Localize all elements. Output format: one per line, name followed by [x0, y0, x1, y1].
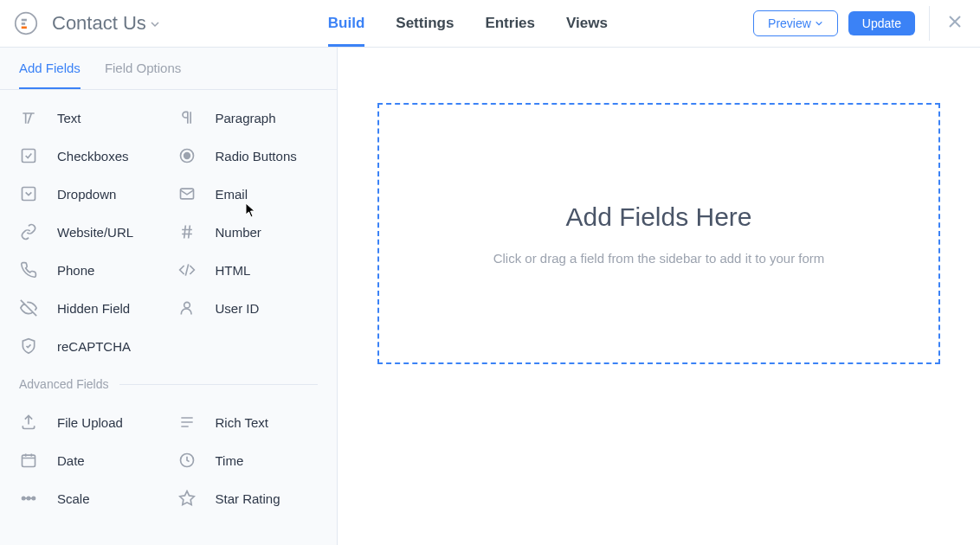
- star-icon: [177, 489, 197, 508]
- field-label: Website/URL: [57, 225, 133, 240]
- field-label: reCAPTCHA: [57, 339, 131, 354]
- advanced-fields-header: Advanced Fields: [0, 377, 337, 391]
- advanced-fields-grid: File Upload Rich Text Date Time Scale St…: [0, 394, 337, 517]
- tab-build[interactable]: Build: [328, 0, 365, 47]
- field-label: Dropdown: [57, 187, 116, 202]
- sidebar: Add Fields Field Options Text Paragraph …: [0, 48, 338, 545]
- field-label: Paragraph: [216, 111, 276, 125]
- divider: [929, 6, 930, 41]
- field-label: Date: [57, 453, 85, 468]
- number-icon: [177, 222, 197, 241]
- field-radio-buttons[interactable]: Radio Buttons: [169, 137, 327, 175]
- upload-icon: [19, 413, 38, 432]
- main: Add Fields Field Options Text Paragraph …: [0, 48, 980, 545]
- field-date[interactable]: Date: [10, 441, 169, 479]
- field-label: File Upload: [57, 415, 123, 430]
- field-file-upload[interactable]: File Upload: [10, 403, 169, 441]
- field-label: Phone: [57, 263, 94, 278]
- field-label: Rich Text: [216, 415, 268, 430]
- field-label: Star Rating: [216, 491, 280, 506]
- html-icon: [177, 260, 197, 279]
- svg-rect-1: [22, 19, 27, 22]
- svg-point-0: [16, 13, 37, 35]
- field-text[interactable]: Text: [10, 99, 169, 137]
- svg-rect-2: [22, 22, 25, 25]
- dropzone[interactable]: Add Fields Here Click or drag a field fr…: [377, 103, 940, 364]
- tab-views[interactable]: Views: [566, 0, 608, 47]
- field-label: Text: [57, 111, 81, 125]
- field-label: Email: [216, 187, 248, 202]
- field-paragraph[interactable]: Paragraph: [169, 99, 327, 137]
- svg-rect-7: [23, 188, 35, 201]
- user-icon: [177, 298, 197, 317]
- close-icon[interactable]: [944, 10, 966, 36]
- field-checkboxes[interactable]: Checkboxes: [10, 137, 169, 175]
- field-dropdown[interactable]: Dropdown: [10, 175, 169, 213]
- field-label: HTML: [216, 263, 251, 278]
- tab-settings[interactable]: Settings: [396, 0, 454, 47]
- dropzone-title: Add Fields Here: [565, 202, 751, 232]
- field-label: Radio Buttons: [216, 149, 297, 164]
- richtext-icon: [177, 413, 197, 432]
- sidebar-tabs: Add Fields Field Options: [0, 48, 337, 90]
- field-label: User ID: [216, 301, 260, 316]
- update-button[interactable]: Update: [848, 11, 915, 35]
- paragraph-icon: [177, 108, 197, 127]
- field-html[interactable]: HTML: [169, 251, 327, 289]
- preview-button[interactable]: Preview: [753, 10, 838, 36]
- caret-down-icon: [150, 12, 160, 35]
- field-scale[interactable]: Scale: [10, 479, 169, 517]
- field-user-id[interactable]: User ID: [169, 289, 327, 327]
- shield-icon: [19, 337, 38, 356]
- svg-rect-4: [23, 150, 35, 163]
- checkbox-icon: [19, 146, 38, 165]
- field-label: Number: [216, 225, 261, 240]
- svg-rect-3: [22, 27, 27, 29]
- hidden-icon: [19, 298, 38, 317]
- header: Contact Us Build Settings Entries Views …: [0, 0, 980, 48]
- dropdown-icon: [19, 184, 38, 203]
- field-email[interactable]: Email: [169, 175, 327, 213]
- field-number[interactable]: Number: [169, 213, 327, 251]
- field-label: Checkboxes: [57, 149, 129, 164]
- time-icon: [177, 451, 197, 470]
- field-recaptcha[interactable]: reCAPTCHA: [10, 327, 169, 365]
- field-phone[interactable]: Phone: [10, 251, 169, 289]
- svg-rect-10: [23, 455, 35, 466]
- field-time[interactable]: Time: [169, 441, 327, 479]
- phone-icon: [19, 260, 38, 279]
- header-actions: Preview Update: [753, 6, 966, 41]
- sidebar-tab-field-options[interactable]: Field Options: [105, 48, 181, 89]
- field-website-url[interactable]: Website/URL: [10, 213, 169, 251]
- scale-icon: [19, 489, 38, 508]
- sidebar-tab-add-fields[interactable]: Add Fields: [19, 48, 81, 89]
- field-label: Time: [216, 453, 244, 468]
- dropzone-subtitle: Click or drag a field from the sidebar t…: [493, 251, 825, 266]
- svg-point-9: [184, 302, 190, 308]
- text-icon: [19, 108, 38, 127]
- field-star-rating[interactable]: Star Rating: [169, 479, 327, 517]
- field-label: Scale: [57, 491, 90, 506]
- field-label: Hidden Field: [57, 301, 130, 316]
- app-logo[interactable]: [14, 11, 38, 35]
- canvas: Add Fields Here Click or drag a field fr…: [338, 48, 980, 545]
- nav-tabs: Build Settings Entries Views: [328, 0, 608, 47]
- radio-icon: [177, 146, 197, 165]
- email-icon: [177, 184, 197, 203]
- field-rich-text[interactable]: Rich Text: [169, 403, 327, 441]
- form-title-dropdown[interactable]: Contact Us: [52, 12, 160, 35]
- basic-fields-grid: Text Paragraph Checkboxes Radio Buttons …: [0, 90, 337, 365]
- date-icon: [19, 451, 38, 470]
- link-icon: [19, 222, 38, 241]
- svg-point-6: [184, 153, 190, 159]
- tab-entries[interactable]: Entries: [485, 0, 535, 47]
- form-title: Contact Us: [52, 12, 146, 35]
- field-hidden[interactable]: Hidden Field: [10, 289, 169, 327]
